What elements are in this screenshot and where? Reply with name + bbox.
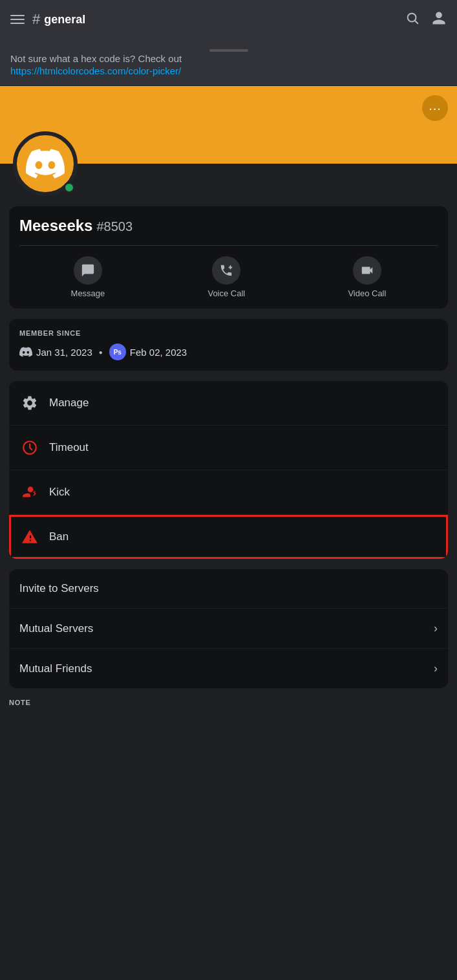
chevron-right-icon: › <box>434 622 438 635</box>
manage-item[interactable]: Manage <box>9 381 448 426</box>
discord-join-date: Jan 31, 2023 <box>19 345 92 358</box>
chat-preview: Not sure what a hex code is? Check out h… <box>0 39 457 86</box>
timeout-item[interactable]: Timeout <box>9 426 448 470</box>
kick-label: Kick <box>49 486 70 499</box>
channel-name: general <box>44 13 85 27</box>
manage-label: Manage <box>49 397 89 409</box>
note-title: NOTE <box>9 699 448 706</box>
top-bar-icons <box>405 10 447 28</box>
ban-item[interactable]: Ban <box>9 515 448 559</box>
video-call-icon <box>353 256 381 285</box>
svg-line-1 <box>415 21 418 23</box>
voice-call-icon <box>212 256 240 285</box>
hamburger-menu[interactable] <box>10 15 25 24</box>
timeout-icon <box>19 437 40 458</box>
top-bar: # general <box>0 0 457 39</box>
channel-title: # general <box>32 11 398 28</box>
chat-preview-link[interactable]: https://htmlcolorcodes.com/color-picker/ <box>10 65 447 76</box>
invite-to-servers-label: Invite to Servers <box>19 582 99 595</box>
chevron-right-icon-2: › <box>434 662 438 675</box>
kick-item[interactable]: Kick <box>9 470 448 515</box>
video-call-button[interactable]: Video Call <box>348 256 386 298</box>
search-icon[interactable] <box>405 11 420 28</box>
message-label: Message <box>71 289 105 298</box>
discriminator: #8503 <box>96 219 133 234</box>
action-buttons: Message Voice Call Video Call <box>19 245 438 298</box>
invite-to-servers-item[interactable]: Invite to Servers <box>9 569 448 609</box>
discord-icon <box>19 345 32 358</box>
ban-icon <box>19 527 40 547</box>
message-icon <box>74 256 102 285</box>
hash-icon: # <box>32 11 40 28</box>
video-call-label: Video Call <box>348 289 386 298</box>
voice-call-label: Voice Call <box>207 289 245 298</box>
more-options-button[interactable]: ··· <box>422 95 448 121</box>
manage-icon <box>19 393 40 413</box>
mod-actions-card: Manage Timeout Kick Ban <box>9 381 448 559</box>
username: Meeseeks <box>19 217 92 235</box>
discord-date-text: Jan 31, 2023 <box>36 347 92 358</box>
member-since-title: MEMBER SINCE <box>19 329 438 337</box>
date-separator: ● <box>99 349 103 356</box>
mutual-friends-item[interactable]: Mutual Friends › <box>9 649 448 688</box>
username-row: Meeseeks #8503 <box>19 217 438 235</box>
avatar <box>13 131 78 196</box>
mutual-friends-label: Mutual Friends <box>19 662 92 675</box>
online-status-dot <box>63 182 75 193</box>
note-section: NOTE <box>9 699 448 706</box>
ban-label: Ban <box>49 530 69 543</box>
mutual-servers-label: Mutual Servers <box>19 622 93 635</box>
server-join-date: Ps Feb 02, 2023 <box>109 343 187 360</box>
more-dots: ··· <box>429 102 441 114</box>
member-since-dates: Jan 31, 2023 ● Ps Feb 02, 2023 <box>19 343 438 360</box>
server-actions-card: Invite to Servers Mutual Servers › Mutua… <box>9 569 448 688</box>
voice-call-button[interactable]: Voice Call <box>207 256 245 298</box>
member-since-card: MEMBER SINCE Jan 31, 2023 ● Ps Feb 02, 2… <box>9 319 448 371</box>
profile-card: Meeseeks #8503 Message Voice Call <box>9 206 448 309</box>
message-button[interactable]: Message <box>71 256 105 298</box>
profile-icon[interactable] <box>431 10 447 28</box>
server-badge: Ps <box>109 343 126 360</box>
chat-preview-text: Not sure what a hex code is? Check out <box>10 52 447 65</box>
kick-icon <box>19 482 40 503</box>
server-date-text: Feb 02, 2023 <box>130 347 187 358</box>
mutual-servers-item[interactable]: Mutual Servers › <box>9 609 448 649</box>
timeout-label: Timeout <box>49 441 89 454</box>
